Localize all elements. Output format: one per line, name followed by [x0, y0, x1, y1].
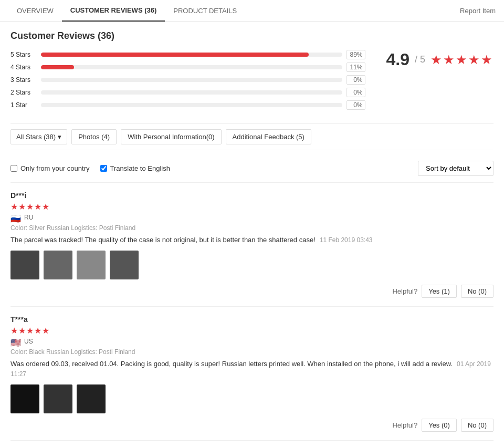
review-item: T***a ★★★★★ 🇺🇸 US Color: Black Russian L…: [10, 307, 494, 441]
rating-section: 5 Stars 89% 4 Stars 11% 3 Stars 0% 2 Sta…: [10, 50, 494, 113]
bar-label: 3 Stars: [10, 76, 37, 84]
dropdown-arrow-icon: ▾: [58, 133, 61, 141]
bar-label: 4 Stars: [10, 64, 37, 71]
helpful-row: Helpful? Yes (1) No (0): [10, 285, 494, 298]
reviewer-name: D***i: [10, 191, 494, 200]
review-thumbnail[interactable]: [10, 384, 39, 413]
review-stars: ★★★★★: [10, 326, 494, 336]
bar-label: 2 Stars: [10, 89, 37, 96]
bar-pct: 0%: [346, 75, 365, 85]
helpful-no-button[interactable]: No (0): [461, 285, 494, 298]
bar-fill: [41, 65, 74, 69]
review-thumbnail[interactable]: [77, 251, 106, 279]
translate-checkbox[interactable]: [100, 165, 107, 172]
helpful-label: Helpful?: [392, 421, 417, 429]
review-item: A***f ★★★★★ 🇰🇿 KZ Color: Black Russian L…: [10, 441, 494, 448]
rating-bar-row: 3 Stars 0%: [10, 75, 365, 85]
reviewer-name: T***a: [10, 315, 494, 324]
filter-photos[interactable]: Photos (4): [71, 129, 117, 144]
reviews-list: D***i ★★★★★ 🇷🇺 RU Color: Silver Russian …: [10, 183, 494, 447]
review-thumbnail[interactable]: [77, 384, 106, 413]
review-text: The parcel was tracked! The quality of t…: [10, 235, 494, 245]
bar-track: [41, 90, 342, 95]
bar-label: 1 Star: [10, 101, 37, 109]
review-text: Was ordered 09.03, received 01.04. Packi…: [10, 359, 494, 379]
filter-bar: All Stars (38) ▾ Photos (4) With Persona…: [10, 123, 494, 150]
bar-track: [41, 78, 342, 82]
bar-pct: 11%: [346, 63, 365, 72]
bar-track: [41, 103, 342, 107]
review-thumbnail[interactable]: [44, 251, 72, 279]
sort-section: Sort by defaultMost recentMost helpful: [418, 161, 494, 176]
section-title: Customer Reviews (36): [10, 30, 494, 41]
rating-bar-row: 2 Stars 0%: [10, 88, 365, 97]
bar-track: [41, 53, 342, 57]
bar-label: 5 Stars: [10, 51, 37, 58]
review-images: [10, 384, 494, 413]
country-code: RU: [24, 214, 33, 221]
country-filter-text: Only from your country: [20, 164, 90, 172]
country-flag: 🇷🇺: [10, 214, 21, 221]
review-thumbnail[interactable]: [10, 251, 39, 279]
rating-bar-row: 5 Stars 89%: [10, 50, 365, 59]
bar-track: [41, 65, 342, 69]
reviewer-meta: 🇺🇸 US: [10, 338, 494, 345]
reviewer-meta: 🇷🇺 RU: [10, 214, 494, 221]
review-meta: Color: Silver Russian Logistics: Posti F…: [10, 224, 494, 232]
rating-denom: / 5: [415, 54, 425, 65]
overall-rating: 4.9 / 5 ★★★★★: [386, 50, 494, 69]
rating-bars: 5 Stars 89% 4 Stars 11% 3 Stars 0% 2 Sta…: [10, 50, 365, 113]
tab-product-details[interactable]: PRODUCT DETAILS: [165, 1, 245, 21]
rating-bar-row: 4 Stars 11%: [10, 63, 365, 72]
report-item-link[interactable]: Report Item: [460, 1, 496, 21]
filter-personal-info[interactable]: With Personal Information(0): [121, 129, 221, 144]
tab-bar: OVERVIEW CUSTOMER REVIEWS (36) PRODUCT D…: [0, 0, 504, 22]
translate-text: Translate to English: [110, 164, 170, 172]
review-date: 11 Feb 2019 03:43: [320, 236, 373, 244]
review-thumbnail[interactable]: [110, 251, 139, 279]
options-row: Only from your country Translate to Engl…: [10, 157, 494, 183]
tab-customer-reviews[interactable]: CUSTOMER REVIEWS (36): [62, 0, 165, 22]
country-filter-checkbox[interactable]: [10, 165, 17, 172]
review-images: [10, 251, 494, 279]
rating-stars: ★★★★★: [430, 53, 494, 67]
bar-pct: 0%: [346, 100, 365, 110]
bar-fill: [41, 53, 309, 57]
tab-overview[interactable]: OVERVIEW: [8, 1, 62, 21]
review-date: 01 Apr 2019 11:27: [10, 360, 491, 378]
bar-pct: 0%: [346, 88, 365, 97]
filter-additional-feedback[interactable]: Additional Feedback (5): [226, 129, 311, 144]
review-thumbnail[interactable]: [44, 384, 72, 413]
review-stars: ★★★★★: [10, 202, 494, 212]
rating-score: 4.9: [386, 50, 410, 69]
review-meta: Color: Black Russian Logistics: Posti Fi…: [10, 348, 494, 356]
review-item: D***i ★★★★★ 🇷🇺 RU Color: Silver Russian …: [10, 183, 494, 307]
country-filter-label[interactable]: Only from your country: [10, 164, 90, 172]
bar-pct: 89%: [346, 50, 365, 59]
country-code: US: [24, 338, 33, 345]
country-flag: 🇺🇸: [10, 338, 21, 345]
helpful-yes-button[interactable]: Yes (1): [422, 285, 457, 298]
helpful-label: Helpful?: [392, 287, 417, 295]
helpful-no-button[interactable]: No (0): [461, 419, 494, 432]
sort-select[interactable]: Sort by defaultMost recentMost helpful: [418, 161, 494, 176]
filter-all-stars[interactable]: All Stars (38) ▾: [10, 129, 67, 144]
main-content: Customer Reviews (36) 5 Stars 89% 4 Star…: [0, 22, 504, 447]
rating-bar-row: 1 Star 0%: [10, 100, 365, 110]
translate-label[interactable]: Translate to English: [100, 164, 170, 172]
helpful-yes-button[interactable]: Yes (0): [422, 419, 457, 432]
helpful-row: Helpful? Yes (0) No (0): [10, 419, 494, 432]
